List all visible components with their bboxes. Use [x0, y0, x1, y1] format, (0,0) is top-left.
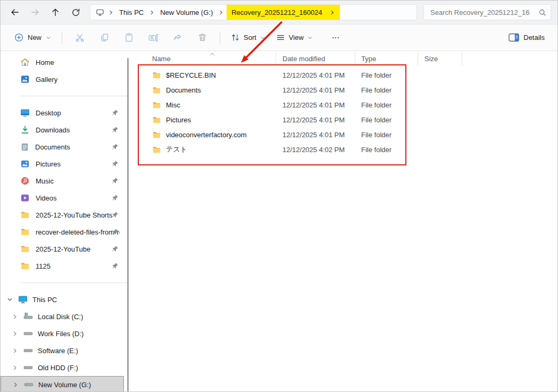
sidebar-item-1125-folder[interactable]: 1125 — [1, 257, 124, 274]
pin-icon — [112, 126, 119, 133]
chevron-right-icon — [216, 10, 226, 15]
pin-icon — [112, 143, 119, 150]
rename-button[interactable] — [141, 28, 165, 47]
column-header-date-modified[interactable]: Date modified — [276, 52, 355, 65]
drive-icon — [24, 380, 34, 389]
pin-icon — [112, 228, 119, 235]
this-pc-monitor-icon — [18, 295, 28, 304]
chevron-expanded-icon[interactable] — [6, 297, 13, 303]
column-header-label: Type — [361, 55, 376, 63]
chevron-collapsed-icon[interactable] — [12, 382, 19, 388]
home-icon — [20, 57, 30, 67]
sidebar-item-new-volume-g[interactable]: New Volume (G:) — [1, 376, 124, 392]
file-name: Documents — [166, 86, 201, 94]
file-date-modified: 12/12/2025 4:02 PM — [276, 146, 355, 154]
view-button-label: View — [289, 34, 304, 41]
command-toolbar: New — [1, 24, 557, 51]
sidebar-item-label: Work Files (D:) — [38, 330, 84, 338]
file-name: テスト — [166, 145, 187, 154]
sidebar-item-desktop[interactable]: Desktop — [1, 104, 124, 121]
pin-icon — [112, 177, 119, 184]
view-button[interactable]: View — [271, 30, 318, 45]
up-button[interactable] — [45, 3, 65, 21]
copy-button[interactable] — [92, 28, 116, 47]
file-date-modified: 12/12/2025 4:01 PM — [276, 101, 355, 109]
breadcrumb-recovery-folder[interactable]: Recovery_20251212_160024 — [231, 9, 328, 16]
view-icon — [276, 33, 285, 42]
sidebar-item-old-hdd-f[interactable]: Old HDD (F:) — [1, 359, 124, 376]
sidebar-item-downloads[interactable]: Downloads — [1, 121, 124, 138]
more-options-button[interactable] — [323, 28, 348, 47]
cut-icon — [74, 32, 85, 43]
breadcrumb-new-volume[interactable]: New Volume (G:) — [156, 9, 216, 16]
details-button-label: Details — [523, 34, 545, 41]
file-name: Pictures — [166, 116, 191, 124]
file-row[interactable]: Pictures 12/12/2025 4:01 PM File folder — [138, 112, 557, 127]
sidebar-item-documents[interactable]: Documents — [1, 138, 124, 155]
column-header-label: Date modified — [282, 55, 325, 63]
sort-button[interactable]: Sort — [226, 30, 271, 45]
column-header-name[interactable]: Name — [138, 52, 276, 65]
sidebar-scrollbar[interactable] — [127, 58, 129, 392]
share-icon — [172, 32, 183, 43]
file-type: File folder — [355, 71, 418, 79]
navigation-bar: This PC New Volume (G:) Recovery_2025121… — [1, 1, 557, 24]
file-row[interactable]: $RECYCLE.BIN 12/12/2025 4:01 PM File fol… — [138, 68, 557, 82]
sidebar-item-recover-deleted-folder[interactable]: recover-deleted-files-from-rec — [1, 223, 124, 240]
new-button[interactable]: New — [9, 30, 56, 45]
search-box[interactable] — [423, 4, 551, 20]
sidebar-item-this-pc[interactable]: This PC — [1, 291, 124, 308]
file-type: File folder — [355, 86, 418, 94]
file-date-modified: 12/12/2025 4:01 PM — [276, 71, 355, 79]
column-header-size[interactable]: Size — [418, 52, 462, 65]
share-button[interactable] — [165, 28, 190, 47]
sidebar-item-label: Music — [36, 177, 54, 185]
copy-icon — [99, 32, 110, 43]
address-bar[interactable]: This PC New Volume (G:) Recovery_2025121… — [90, 4, 417, 20]
sidebar-item-pictures[interactable]: Pictures — [1, 155, 124, 172]
refresh-button[interactable] — [65, 3, 86, 21]
sidebar-item-videos[interactable]: Videos — [1, 189, 124, 206]
sidebar-item-local-disk-c[interactable]: Local Disk (C:) — [1, 308, 124, 325]
file-name: Misc — [166, 101, 180, 109]
file-row[interactable]: Misc 12/12/2025 4:01 PM File folder — [138, 97, 557, 112]
sidebar-item-home[interactable]: Home — [1, 54, 124, 71]
sidebar-item-label: This PC — [32, 296, 57, 304]
chevron-down-icon — [260, 35, 265, 40]
search-input[interactable] — [430, 9, 538, 16]
sidebar-item-label: 2025-12-YouTube — [36, 245, 90, 253]
column-header-type[interactable]: Type — [355, 52, 418, 65]
explorer-body: Home Gallery Desktop — [1, 51, 557, 392]
plus-circle-icon — [14, 33, 23, 42]
sidebar-item-youtube-folder[interactable]: 2025-12-YouTube — [1, 240, 124, 257]
navigation-pane: Home Gallery Desktop — [1, 51, 131, 392]
file-date-modified: 12/12/2025 4:01 PM — [276, 131, 355, 139]
sidebar-item-label: recover-deleted-files-from-rec — [36, 228, 120, 236]
up-icon — [51, 7, 60, 17]
drive-icon — [23, 329, 33, 338]
file-row[interactable]: テスト 12/12/2025 4:02 PM File folder — [138, 142, 557, 157]
back-button[interactable] — [5, 3, 25, 21]
more-icon — [331, 34, 340, 42]
sidebar-item-work-files-d[interactable]: Work Files (D:) — [1, 325, 124, 342]
chevron-collapsed-icon[interactable] — [11, 365, 19, 371]
sidebar-divider — [19, 96, 127, 96]
breadcrumb-this-pc[interactable]: This PC — [115, 9, 147, 16]
this-pc-icon — [94, 8, 106, 16]
sidebar-item-youtube-shorts-folder[interactable]: 2025-12-YouTube Shorts — [1, 206, 124, 223]
details-button[interactable]: Details — [504, 30, 549, 45]
cut-button[interactable] — [68, 28, 92, 47]
forward-button[interactable] — [25, 3, 45, 21]
paste-icon — [124, 32, 134, 43]
paste-button[interactable] — [116, 28, 141, 47]
sidebar-item-gallery[interactable]: Gallery — [1, 71, 124, 88]
chevron-collapsed-icon[interactable] — [11, 314, 19, 320]
sidebar-item-software-e[interactable]: Software (E:) — [1, 342, 124, 359]
delete-button[interactable] — [190, 28, 214, 47]
sidebar-item-label: Pictures — [36, 160, 61, 168]
chevron-collapsed-icon[interactable] — [11, 348, 19, 354]
sidebar-item-music[interactable]: Music — [1, 172, 124, 189]
chevron-collapsed-icon[interactable] — [11, 331, 19, 337]
file-row[interactable]: Documents 12/12/2025 4:01 PM File folder — [138, 82, 557, 97]
file-row[interactable]: videoconverterfactory.com 12/12/2025 4:0… — [138, 127, 557, 142]
